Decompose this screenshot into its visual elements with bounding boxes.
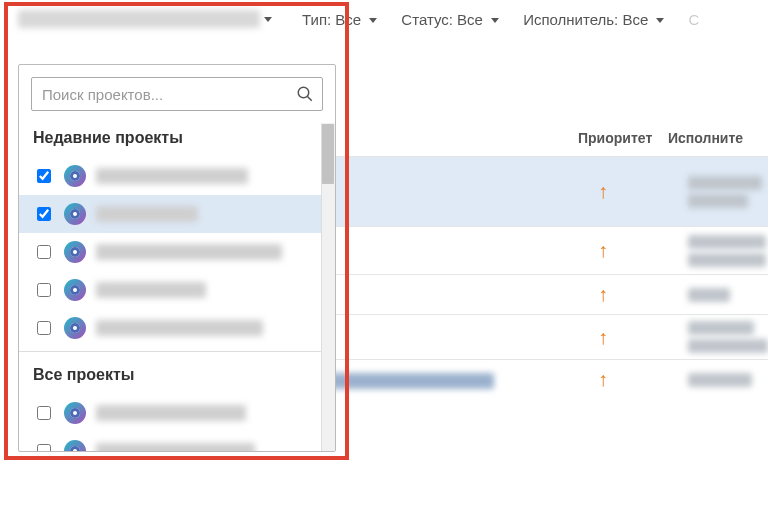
executor-cell — [688, 235, 768, 267]
executor-cell — [688, 321, 768, 353]
project-icon — [64, 165, 86, 187]
chevron-down-icon — [656, 18, 664, 23]
chevron-down-icon — [369, 18, 377, 23]
priority-arrow-icon: ↑ — [598, 326, 688, 349]
filter-status-label: Статус: Все — [401, 11, 483, 28]
project-item[interactable] — [19, 394, 321, 432]
scrollbar[interactable] — [321, 123, 335, 451]
project-label — [96, 282, 206, 298]
filter-type[interactable]: Тип: Все — [302, 11, 377, 28]
project-item[interactable] — [19, 432, 321, 451]
project-list: Недавние проектыВсе проекты — [19, 123, 335, 451]
project-label — [96, 443, 255, 451]
filter-more[interactable]: C — [688, 11, 699, 28]
project-icon — [64, 241, 86, 263]
project-label — [96, 168, 248, 184]
executor-cell — [688, 176, 768, 208]
project-icon — [64, 203, 86, 225]
project-icon — [64, 317, 86, 339]
priority-arrow-icon: ↑ — [598, 239, 688, 262]
project-checkbox[interactable] — [37, 444, 51, 451]
project-label — [96, 405, 246, 421]
executor-cell — [688, 288, 768, 302]
chevron-down-icon — [491, 18, 499, 23]
col-executor[interactable]: Исполните — [668, 130, 768, 146]
priority-arrow-icon: ↑ — [598, 180, 688, 203]
project-label — [96, 206, 198, 222]
filter-bar: Тип: Все Статус: Все Исполнитель: Все C — [0, 0, 768, 38]
section-header: Недавние проекты — [19, 123, 321, 157]
priority-arrow-icon: ↑ — [598, 368, 688, 391]
project-item[interactable] — [19, 271, 321, 309]
project-item[interactable] — [19, 233, 321, 271]
filter-executor[interactable]: Исполнитель: Все — [523, 11, 664, 28]
project-icon — [64, 440, 86, 451]
project-selector[interactable] — [18, 10, 278, 28]
project-icon — [64, 279, 86, 301]
col-priority[interactable]: Приоритет — [578, 130, 668, 146]
project-item[interactable] — [19, 195, 321, 233]
project-item[interactable] — [19, 309, 321, 347]
priority-arrow-icon: ↑ — [598, 283, 688, 306]
project-item[interactable] — [19, 157, 321, 195]
filter-status[interactable]: Статус: Все — [401, 11, 499, 28]
filter-executor-label: Исполнитель: Все — [523, 11, 648, 28]
project-label — [96, 244, 282, 260]
project-checkbox[interactable] — [37, 245, 51, 259]
project-label — [96, 320, 263, 336]
project-search[interactable] — [31, 77, 323, 111]
project-dropdown: Недавние проектыВсе проекты — [18, 64, 336, 452]
executor-cell — [688, 373, 768, 387]
svg-line-1 — [307, 96, 312, 101]
project-checkbox[interactable] — [37, 283, 51, 297]
search-icon — [296, 85, 314, 103]
project-icon — [64, 402, 86, 424]
filter-type-label: Тип: Все — [302, 11, 361, 28]
section-header: Все проекты — [19, 360, 321, 394]
chevron-down-icon — [264, 17, 272, 22]
svg-point-0 — [298, 87, 309, 98]
project-selector-label — [18, 10, 260, 28]
project-checkbox[interactable] — [37, 169, 51, 183]
scrollbar-thumb[interactable] — [322, 124, 334, 184]
project-checkbox[interactable] — [37, 406, 51, 420]
project-search-input[interactable] — [40, 85, 296, 104]
project-checkbox[interactable] — [37, 321, 51, 335]
project-checkbox[interactable] — [37, 207, 51, 221]
